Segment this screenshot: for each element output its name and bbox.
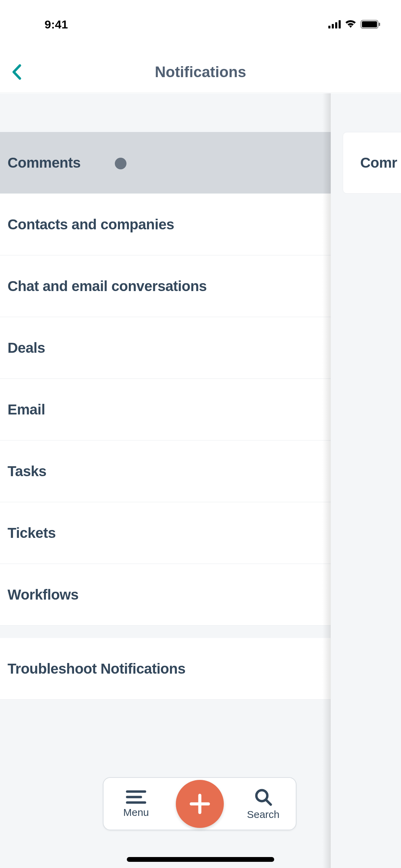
wifi-icon [345, 20, 356, 28]
back-button[interactable] [6, 62, 27, 82]
battery-icon [361, 20, 380, 29]
list-item-tickets[interactable]: Tickets [0, 502, 331, 564]
list-item-workflows[interactable]: Workflows [0, 564, 331, 626]
status-time: 9:41 [17, 3, 68, 31]
list-item-chat-and-email-conversations[interactable]: Chat and email conversations [0, 255, 331, 317]
list-item-comments[interactable]: Comments [0, 132, 331, 194]
list-item-label: Workflows [8, 587, 78, 603]
menu-icon [126, 789, 146, 805]
list-item-tasks[interactable]: Tasks [0, 441, 331, 502]
menu-label: Menu [123, 807, 149, 818]
content: Comments Contacts and companies Chat and… [0, 93, 401, 868]
svg-rect-1 [332, 24, 334, 28]
status-bar: 9:41 [0, 0, 401, 34]
svg-rect-0 [328, 26, 330, 28]
svg-rect-3 [339, 20, 341, 28]
page-title: Notifications [155, 63, 246, 81]
list-item-label: Tasks [8, 463, 46, 480]
menu-button[interactable]: Menu [117, 789, 155, 818]
list-item-contacts-and-companies[interactable]: Contacts and companies [0, 194, 331, 255]
list-item-deals[interactable]: Deals [0, 317, 331, 379]
list-item-label: Tickets [8, 525, 56, 541]
svg-rect-6 [379, 23, 380, 26]
list-item-label: Email [8, 401, 45, 418]
plus-icon [188, 792, 212, 816]
search-label: Search [247, 809, 279, 820]
chevron-left-icon [12, 64, 21, 80]
list-item-label: Deals [8, 340, 45, 356]
detail-card-title: Comr [360, 155, 397, 171]
header: Notifications [0, 51, 401, 93]
list-item-troubleshoot-notifications[interactable]: Troubleshoot Notifications [0, 638, 331, 700]
list-item-label: Chat and email conversations [8, 278, 207, 294]
search-icon [254, 787, 273, 807]
list-item-label: Comments [8, 155, 81, 171]
svg-rect-5 [362, 21, 377, 27]
list-gap [0, 626, 331, 638]
home-indicator[interactable] [127, 857, 274, 862]
list-spacer [0, 93, 331, 132]
list-item-label: Troubleshoot Notifications [8, 661, 185, 677]
bottom-floating-bar: Menu Search [103, 777, 296, 830]
cellular-signal-icon [328, 20, 341, 28]
svg-line-13 [266, 800, 271, 805]
list-item-label: Contacts and companies [8, 216, 174, 233]
categories-list: Comments Contacts and companies Chat and… [0, 93, 331, 700]
search-button[interactable]: Search [244, 787, 282, 820]
svg-rect-2 [335, 22, 337, 28]
list-item-email[interactable]: Email [0, 379, 331, 441]
add-button[interactable] [176, 780, 224, 828]
selection-dot [115, 158, 126, 169]
detail-card-peek[interactable]: Comr [343, 132, 401, 194]
status-right-icons [328, 5, 384, 29]
